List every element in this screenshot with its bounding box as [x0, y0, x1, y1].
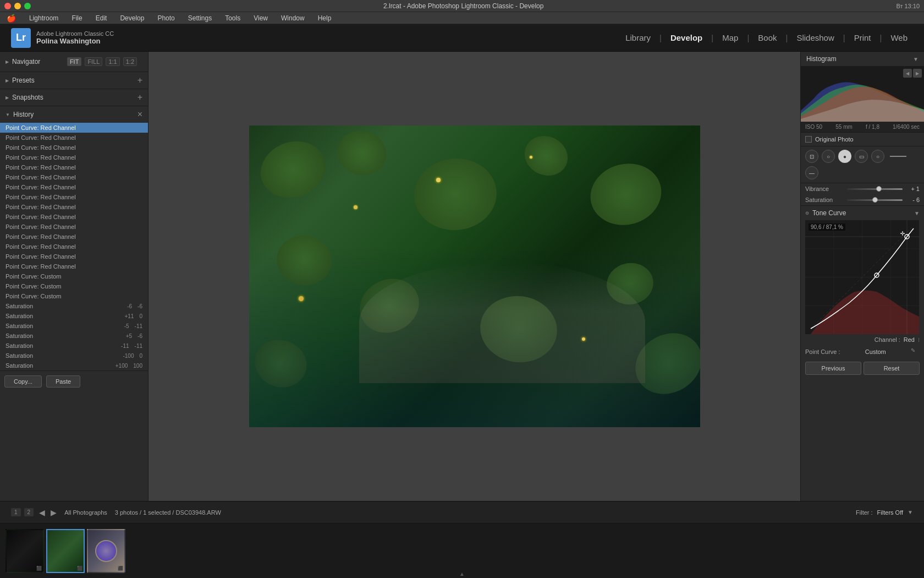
history-item[interactable]: Saturation+5-6 — [0, 331, 148, 341]
menu-settings[interactable]: Settings — [186, 13, 214, 23]
nav-print[interactable]: Print — [849, 31, 877, 45]
filmstrip-page2[interactable]: 2 — [24, 508, 34, 516]
maximize-button[interactable] — [24, 3, 31, 9]
hist-right-btn[interactable]: ▶ — [913, 69, 922, 78]
fill-btn[interactable]: FILL — [85, 57, 102, 66]
crop-tool[interactable]: ⊡ — [805, 150, 818, 163]
thumbnail-1[interactable]: ⬛ — [6, 529, 44, 573]
history-item[interactable]: Point Curve: Red Channel — [0, 192, 148, 202]
copy-button[interactable]: Copy... — [4, 375, 42, 388]
snapshots-header[interactable]: ▶ Snapshots + — [0, 89, 148, 106]
history-header[interactable]: ▼ History × — [0, 106, 148, 123]
history-item-values: -5-11 — [124, 323, 142, 329]
history-item[interactable]: Saturation-6-6 — [0, 301, 148, 311]
thumbnail-2[interactable]: ⬛ — [46, 529, 85, 573]
nav-library[interactable]: Library — [620, 31, 656, 45]
history-item[interactable]: Point Curve: Red Channel — [0, 202, 148, 212]
redeye-tool[interactable]: ● — [838, 150, 851, 163]
history-item[interactable]: Point Curve: Custom — [0, 271, 148, 281]
history-item-name: Point Curve: Red Channel — [6, 214, 142, 220]
reset-button[interactable]: Reset — [864, 362, 920, 375]
filmstrip-page1[interactable]: 1 — [11, 508, 21, 516]
saturation-thumb[interactable] — [872, 197, 878, 203]
nav-slideshow[interactable]: Slideshow — [791, 31, 839, 45]
adjustment-brush[interactable]: — — [805, 166, 818, 179]
traffic-lights[interactable] — [4, 3, 31, 9]
history-item-name: Saturation — [6, 323, 124, 329]
channel-dropdown-icon[interactable]: ⁝ — [918, 337, 920, 343]
menu-tools[interactable]: Tools — [223, 13, 243, 23]
next-arrow[interactable]: ▶ — [51, 508, 57, 517]
menu-edit[interactable]: Edit — [94, 13, 109, 23]
history-item[interactable]: Point Curve: Red Channel — [0, 162, 148, 172]
history-item[interactable]: Point Curve: Custom — [0, 291, 148, 301]
paste-button[interactable]: Paste — [46, 375, 80, 388]
filter-dropdown-icon[interactable]: ▼ — [908, 509, 913, 515]
navigator-header[interactable]: ▶ Navigator FIT FILL 1:1 1:2 — [0, 52, 148, 72]
histogram-header[interactable]: Histogram ▼ — [801, 52, 924, 67]
history-item[interactable]: Point Curve: Red Channel — [0, 133, 148, 143]
history-item[interactable]: Saturation+110 — [0, 311, 148, 321]
history-item[interactable]: Point Curve: Red Channel — [0, 123, 148, 133]
histogram-controls[interactable]: ◀ ▶ — [903, 69, 922, 78]
history-item[interactable]: Saturation-11-11 — [0, 341, 148, 351]
menu-photo[interactable]: Photo — [155, 13, 177, 23]
presets-add-btn[interactable]: + — [138, 75, 142, 85]
menu-window[interactable]: Window — [279, 13, 307, 23]
spot-tool[interactable]: ○ — [822, 150, 835, 163]
history-item[interactable]: Point Curve: Red Channel — [0, 143, 148, 152]
history-item[interactable]: Point Curve: Red Channel — [0, 212, 148, 222]
minimize-button[interactable] — [14, 3, 21, 9]
history-item[interactable]: Point Curve: Red Channel — [0, 232, 148, 242]
history-item[interactable]: Point Curve: Red Channel — [0, 152, 148, 162]
nav-map[interactable]: Map — [717, 31, 744, 45]
fit-btn[interactable]: FIT — [67, 57, 82, 66]
prev-arrow[interactable]: ◀ — [39, 508, 45, 517]
history-item[interactable]: Point Curve: Custom — [0, 281, 148, 291]
history-item[interactable]: Point Curve: Red Channel — [0, 182, 148, 192]
nav-web[interactable]: Web — [885, 31, 913, 45]
history-item[interactable]: Saturation+100100 — [0, 361, 148, 370]
menu-lightroom[interactable]: Lightroom — [27, 13, 61, 23]
hist-left-btn[interactable]: ◀ — [903, 69, 912, 78]
apple-menu[interactable]: 🍎 — [4, 13, 18, 24]
vibrance-thumb[interactable] — [876, 186, 882, 192]
original-photo-checkbox[interactable] — [805, 136, 812, 143]
saturation-slider[interactable] — [847, 199, 903, 201]
thumbnail-3[interactable]: ⬛ — [87, 529, 125, 573]
snapshots-add-btn[interactable]: + — [138, 92, 142, 102]
nav-book[interactable]: Book — [752, 31, 782, 45]
vibrance-slider[interactable] — [847, 188, 903, 190]
history-item[interactable]: Saturation-1000 — [0, 351, 148, 361]
ratio-btn[interactable]: 1:2 — [123, 57, 137, 66]
close-button[interactable] — [4, 3, 11, 9]
history-item[interactable]: Point Curve: Red Channel — [0, 242, 148, 252]
previous-button[interactable]: Previous — [805, 362, 861, 375]
history-item[interactable]: Point Curve: Red Channel — [0, 261, 148, 271]
original-photo-row[interactable]: Original Photo — [801, 133, 924, 146]
tone-curve-dropdown[interactable]: ▼ — [914, 210, 920, 216]
nav-develop[interactable]: Develop — [665, 31, 708, 45]
gradient-tool[interactable]: ▭ — [855, 150, 868, 163]
history-close-btn[interactable]: × — [138, 110, 142, 119]
radial-tool[interactable]: ○ — [871, 150, 884, 163]
menu-view[interactable]: View — [251, 13, 270, 23]
menu-develop[interactable]: Develop — [118, 13, 146, 23]
filters-off[interactable]: Filters Off — [877, 509, 903, 516]
point-curve-edit-btn[interactable]: ✎ — [911, 347, 920, 356]
tone-curve-header[interactable]: ⚙ Tone Curve ▼ — [801, 206, 924, 220]
history-item[interactable]: Point Curve: Red Channel — [0, 252, 148, 261]
filmstrip-expand-btn[interactable]: ▲ — [459, 571, 465, 577]
history-item[interactable]: Point Curve: Red Channel — [0, 172, 148, 182]
history-item[interactable]: Point Curve: Red Channel — [0, 222, 148, 232]
menu-help[interactable]: Help — [316, 13, 334, 23]
menu-file[interactable]: File — [69, 13, 84, 23]
histogram-dropdown-icon[interactable]: ▼ — [913, 56, 919, 62]
history-item[interactable]: Saturation-5-11 — [0, 321, 148, 331]
point-curve-value[interactable]: Custom — [865, 348, 886, 355]
1to1-btn[interactable]: 1:1 — [106, 57, 119, 66]
channel-select[interactable]: Red — [904, 336, 915, 343]
source-label[interactable]: All Photographs — [64, 509, 107, 516]
presets-header[interactable]: ▶ Presets + — [0, 72, 148, 89]
tone-curve-graph[interactable]: ✛ 90,6 / 87,1 % — [805, 220, 919, 334]
